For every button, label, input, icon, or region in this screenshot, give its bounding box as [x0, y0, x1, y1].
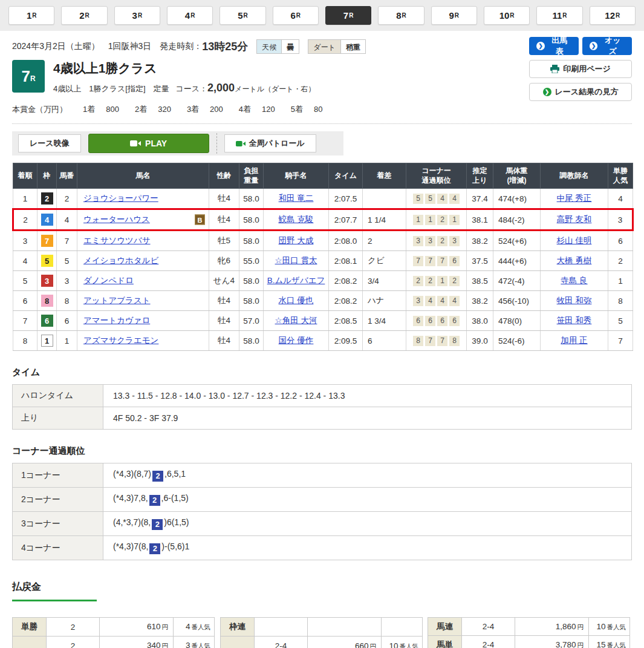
win-popularity: 4 [608, 189, 633, 209]
horse-name-link[interactable]: アットアブラスト [83, 296, 151, 305]
race-tab-10r[interactable]: 10R [484, 6, 530, 25]
play-button[interactable]: PLAY [88, 134, 209, 153]
bet-type-label: 複勝 [13, 637, 47, 648]
sex-age: 牡4 [209, 189, 239, 209]
payout-combination: 2 [47, 637, 100, 648]
odds-button[interactable]: ❯ オッズ [582, 37, 632, 55]
jockey-name-link[interactable]: ☆田口 貫太 [275, 256, 317, 265]
horse-weight: 456(-10) [493, 291, 541, 311]
payout-amount: 340円 [100, 637, 174, 648]
trainer-name-link[interactable]: 寺島 良 [561, 276, 587, 285]
jockey-name-link[interactable]: 国分 優作 [279, 336, 314, 345]
finish-time: 2:08.1 [329, 251, 363, 271]
winner-number-mark: 2 [152, 471, 163, 482]
horse-name-link[interactable]: ダノンペドロ [83, 276, 134, 285]
payout-row: 複勝2340円3番人気 [13, 637, 215, 648]
jockey-name-link[interactable]: 団野 大成 [279, 236, 314, 245]
trainer-name-link[interactable]: 中尾 秀正 [557, 194, 592, 203]
race-tab-12r[interactable]: 12R [590, 6, 636, 25]
trainer-name-link[interactable]: 加用 正 [561, 336, 587, 345]
row-label: 上り [13, 407, 103, 430]
row-label: ハロンタイム [13, 385, 103, 407]
margin: ハナ [363, 291, 406, 311]
side-buttons: ❯ 出馬表 ❯ オッズ 印刷用ページ ❯ レース結果の見方 [529, 37, 632, 101]
results-column-header: 着差 [363, 163, 406, 189]
race-tab-11r[interactable]: 11R [536, 6, 582, 25]
race-tab-7r[interactable]: 7R [325, 6, 371, 25]
jockey-name-link[interactable]: ☆角田 大河 [275, 316, 317, 325]
corner-position: 4 [449, 194, 460, 204]
horse-number: 3 [57, 271, 77, 291]
frame-cell: 2 [37, 189, 57, 209]
payout-popularity: 10番人気 [382, 637, 423, 648]
carried-weight: 58.0 [239, 231, 264, 251]
sex-age: せん4 [209, 271, 239, 291]
horse-name-cell: ジョウショーパワー [77, 189, 209, 209]
race-tab-4r[interactable]: 4R [167, 6, 213, 25]
win-popularity: 3 [608, 209, 633, 231]
last-3f-time: 37.5 [467, 251, 493, 271]
frame-cell: 7 [37, 231, 57, 251]
patrol-video-button[interactable]: 全周パトロール [224, 134, 316, 152]
entry-table-button[interactable]: ❯ 出馬表 [529, 37, 579, 55]
payout-popularity: 4番人気 [174, 618, 215, 637]
horse-name-link[interactable]: エミサソウツバサ [83, 236, 151, 245]
finish-position: 4 [13, 251, 37, 271]
row-value: 4F 50.2 - 3F 37.9 [103, 407, 632, 430]
race-tab-8r[interactable]: 8R [378, 6, 424, 25]
horse-name-link[interactable]: アズマサクラエモン [83, 336, 158, 345]
horse-name-link[interactable]: アマートカヴァロ [83, 316, 150, 325]
popularity-unit: 番人気 [192, 642, 211, 648]
horse-weight: 478(0) [493, 311, 541, 331]
finish-position: 5 [13, 271, 37, 291]
horse-number: 6 [57, 311, 77, 331]
race-conditions: 4歳以上 1勝クラス[指定] 定量 コース：2,000メートル（ダート・右） [53, 82, 316, 94]
carried-weight: 57.0 [239, 311, 264, 331]
row-label: 4コーナー [13, 536, 103, 560]
win-popularity: 2 [608, 251, 633, 271]
finish-position: 3 [13, 231, 37, 251]
race-tab-1r[interactable]: 1R [8, 6, 54, 25]
trainer-name-link[interactable]: 大橋 勇樹 [557, 256, 592, 265]
popularity-unit: 番人気 [607, 623, 626, 630]
horse-name-link[interactable]: ウォーターハウス [83, 215, 150, 224]
trainer-name-link[interactable]: 杉山 佳明 [557, 236, 592, 245]
race-tab-2r[interactable]: 2R [61, 6, 107, 25]
jockey-name-link[interactable]: 水口 優也 [279, 296, 314, 305]
corner-position: 4 [449, 296, 460, 306]
corner-positions-cell: 5544 [406, 189, 467, 209]
jockey-name-link[interactable]: B.ムルザバエフ [267, 276, 325, 285]
margin: 1 1/4 [363, 209, 406, 231]
trainer-name-link[interactable]: 牧田 和弥 [557, 296, 592, 305]
corner-position: 4 [425, 296, 435, 306]
jockey-name-link[interactable]: 和田 竜二 [279, 194, 314, 203]
frame-cell: 6 [37, 311, 57, 331]
race-tab-5r[interactable]: 5R [220, 6, 265, 25]
weather-badge: 天候 曇 [256, 39, 299, 54]
trainer-name-link[interactable]: 高野 友和 [557, 215, 592, 224]
trainer-cell: 牧田 和弥 [541, 291, 608, 311]
corner-position: 3 [449, 236, 460, 246]
race-tab-6r[interactable]: 6R [273, 6, 319, 25]
payout-popularity: 3番人気 [174, 637, 215, 648]
arrow-circle-green-icon: ❯ [543, 88, 551, 96]
race-tab-3r[interactable]: 3R [114, 6, 160, 25]
trainer-name-link[interactable]: 笹田 和秀 [557, 316, 592, 325]
race-video-button[interactable]: レース映像 [18, 134, 81, 152]
result-row: 122ジョウショーパワー牡458.0和田 竜二2:07.5554437.4474… [13, 189, 633, 209]
corner-position: 7 [437, 336, 447, 346]
corner-position: 6 [437, 316, 447, 326]
finish-time: 2:08.2 [329, 291, 363, 311]
how-to-read-button[interactable]: ❯ レース結果の見方 [529, 83, 632, 101]
jockey-cell: 鮫島 克駿 [264, 209, 329, 231]
jockey-name-link[interactable]: 鮫島 克駿 [279, 215, 314, 224]
track-value: 稍重 [341, 40, 365, 53]
horse-name-link[interactable]: ジョウショーパワー [83, 194, 158, 203]
prize-item: 5着80 [291, 104, 323, 115]
horse-name-link[interactable]: メイショウホタルビ [83, 256, 158, 265]
jockey-cell: ☆角田 大河 [264, 311, 329, 331]
print-page-button[interactable]: 印刷用ページ [529, 60, 632, 78]
corner-order-row: 1コーナー(*4,3)(8,7)2,6,5,1 [13, 463, 632, 488]
video-camera-icon [130, 140, 141, 147]
race-tab-9r[interactable]: 9R [431, 6, 477, 25]
